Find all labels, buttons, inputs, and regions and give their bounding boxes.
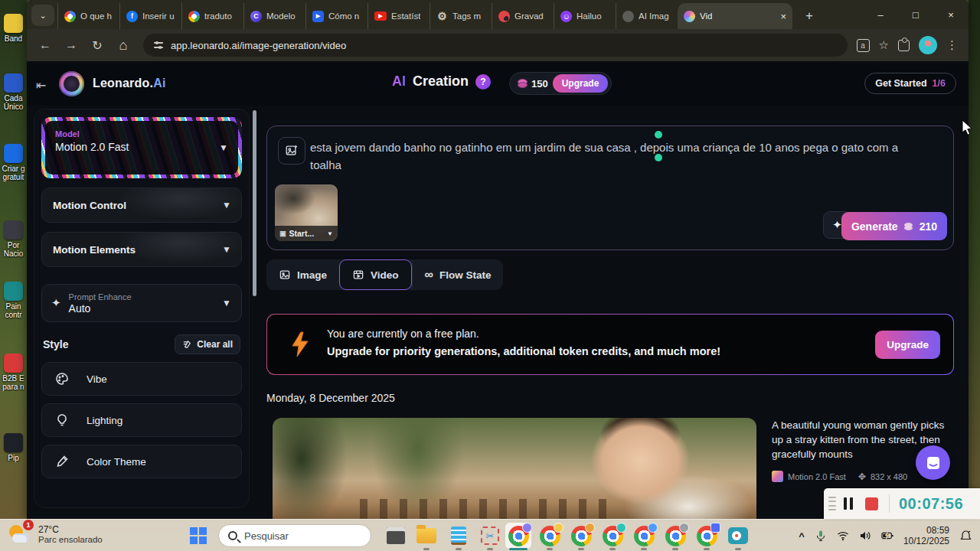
browser-menu-icon[interactable]: ⋮ (946, 38, 958, 52)
text-selection-handle[interactable] (655, 131, 662, 139)
maximize-button[interactable]: □ (898, 0, 933, 29)
tab-close-icon[interactable]: × (780, 11, 786, 22)
profile-avatar[interactable] (919, 36, 937, 54)
stop-recording-button[interactable] (865, 497, 878, 510)
tab-search-chevron-icon[interactable]: ⌄ (31, 5, 54, 26)
style-heading: Style (43, 338, 68, 350)
taskbar-screen-recorder[interactable] (727, 525, 749, 546)
taskbar-app-window[interactable] (385, 525, 407, 546)
motion-elements-section[interactable]: Motion Elements ▼ (41, 232, 242, 267)
taskbar-chrome-7[interactable] (696, 525, 717, 546)
taskbar-chrome-4[interactable] (602, 525, 623, 546)
close-window-button[interactable]: × (933, 0, 969, 29)
banner-upgrade-button[interactable]: Upgrade (875, 331, 940, 359)
notifications-bell-icon[interactable] (959, 530, 972, 543)
browser-tab[interactable]: Gravad (492, 3, 554, 29)
generated-video-thumbnail[interactable] (273, 418, 756, 519)
url-text[interactable]: app.leonardo.ai/image-generation/video (171, 40, 346, 51)
taskbar-chrome-3[interactable] (570, 525, 592, 546)
tab-image[interactable]: Image (266, 259, 339, 290)
desktop-icon-label: B2B E para n (0, 374, 27, 391)
browser-tab[interactable]: C Modelo (243, 3, 305, 29)
text-selection-handle[interactable] (655, 154, 662, 161)
wifi-icon[interactable] (837, 530, 849, 542)
drag-handle-icon[interactable] (827, 494, 838, 513)
chrome-icon (634, 526, 655, 546)
taskbar-chrome-6[interactable] (665, 525, 686, 546)
model-badge-icon (772, 471, 783, 482)
browser-tab-active[interactable]: Vid × (678, 3, 792, 29)
translate-icon[interactable]: a (857, 39, 870, 52)
taskbar-notepad[interactable] (448, 525, 469, 546)
tray-chevron-icon[interactable]: ^ (799, 530, 805, 542)
desktop-icon[interactable]: Band (0, 14, 27, 43)
generate-button[interactable]: Generate 210 (841, 212, 947, 240)
tab-video[interactable]: Video (339, 259, 412, 290)
chrome-icon (540, 526, 560, 546)
extensions-icon[interactable] (898, 40, 910, 51)
motion-control-section[interactable]: Motion Control ▼ (41, 187, 242, 223)
home-icon[interactable]: ⌂ (113, 34, 134, 56)
taskbar-snipping-tool[interactable]: ✂ (479, 525, 501, 546)
url-bar[interactable]: app.leonardo.ai/image-generation/video (143, 34, 848, 57)
browser-tab[interactable]: O que h (57, 3, 119, 29)
browser-tab[interactable]: ▶ Cómo n (305, 3, 368, 29)
browser-tab[interactable]: traduto (181, 3, 243, 29)
start-frame-selector[interactable]: ▣ Start... ▼ (275, 226, 338, 241)
taskbar-clock[interactable]: 08:59 10/12/2025 (903, 525, 949, 546)
taskbar-search[interactable]: Pesquisar (218, 524, 371, 547)
desktop-icon[interactable]: Por Nacio (0, 220, 27, 258)
browser-tab[interactable]: ⚙ Tags m (430, 3, 492, 29)
collapse-sidebar-icon[interactable]: ⇤ (36, 78, 46, 93)
style-item-lighting[interactable]: Lighting (41, 403, 242, 437)
reload-icon[interactable]: ↻ (87, 34, 108, 56)
running-indicator (735, 548, 741, 550)
prompt-enhance-selector[interactable]: ✦ Prompt Enhance Auto ▼ (41, 284, 242, 322)
minimize-button[interactable]: – (863, 0, 898, 29)
desktop-icon[interactable]: B2B E para n (0, 354, 27, 391)
desktop-icon[interactable]: Pain contr (0, 282, 27, 319)
infinity-icon: ∞ (425, 268, 433, 282)
style-item-color-theme[interactable]: Color Theme (41, 445, 242, 478)
taskbar-chrome-1[interactable] (508, 525, 529, 546)
sidebar-scrollbar[interactable] (253, 110, 256, 296)
new-tab-button[interactable]: + (799, 5, 820, 27)
style-item-vibe[interactable]: Vibe (41, 362, 242, 396)
taskbar-file-explorer[interactable] (416, 525, 437, 546)
start-button[interactable] (188, 525, 209, 546)
scissors-icon: ✂ (481, 527, 499, 545)
leonardo-logo[interactable] (59, 71, 84, 96)
eyedropper-icon (54, 454, 70, 469)
clear-all-button[interactable]: Clear all (175, 334, 240, 354)
start-frame-thumbnail[interactable]: ▣ Start... ▼ (275, 184, 338, 241)
bookmark-star-icon[interactable]: ☆ (879, 38, 889, 52)
tab-flow-state[interactable]: ∞ Flow State (412, 259, 504, 290)
battery-icon[interactable] (881, 530, 893, 542)
volume-icon[interactable] (859, 530, 871, 542)
add-image-icon[interactable] (278, 137, 305, 165)
prompt-input-box[interactable]: esta jovem dando banho no gatinho em um … (266, 126, 954, 250)
pause-recording-button[interactable] (844, 497, 853, 510)
taskbar-chrome-2[interactable] (539, 525, 560, 546)
desktop-icon[interactable]: Cada Único (0, 73, 27, 111)
recorder-favicon-icon (498, 11, 510, 22)
site-settings-icon[interactable] (153, 40, 164, 51)
weather-widget[interactable]: 1 27°C Parc ensolarado (8, 523, 103, 547)
desktop-right-strip (969, 0, 980, 519)
browser-tab[interactable]: ☺ Hailuo (554, 3, 616, 29)
forward-icon[interactable]: → (60, 34, 82, 56)
chat-bubble-button[interactable] (916, 445, 950, 480)
brand-name[interactable]: Leonardo.Ai (93, 77, 166, 90)
model-selector[interactable]: Model Motion 2.0 Fast ▼ (41, 117, 242, 178)
taskbar-chrome-5[interactable] (633, 525, 655, 546)
desktop-icon-image (4, 354, 23, 373)
back-icon[interactable]: ← (34, 34, 56, 56)
clear-all-label: Clear all (197, 339, 233, 350)
prompt-text[interactable]: esta jovem dando banho no gatinho em um … (310, 139, 904, 174)
microphone-icon[interactable] (815, 530, 827, 542)
desktop-icon[interactable]: Pip (0, 433, 27, 462)
browser-tab[interactable]: ▶ Estatíst (368, 3, 430, 29)
browser-tab[interactable]: f Inserir u (119, 3, 181, 29)
desktop-icon[interactable]: Criar g gratuit (0, 144, 27, 181)
browser-tab[interactable]: AI Imag (616, 3, 678, 29)
